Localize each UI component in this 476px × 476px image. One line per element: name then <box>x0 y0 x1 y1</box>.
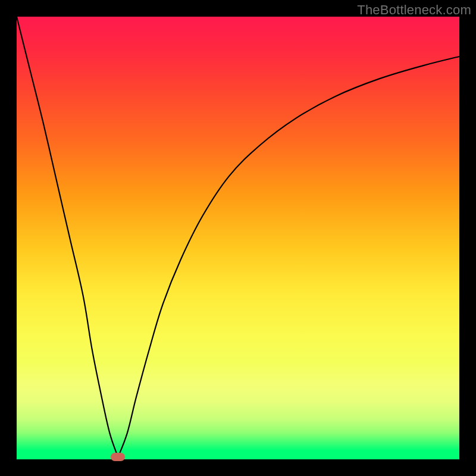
chart-plot-area <box>17 17 459 459</box>
optimum-marker <box>111 453 125 461</box>
watermark: TheBottleneck.com <box>357 2 471 18</box>
bottleneck-curve <box>17 17 459 459</box>
